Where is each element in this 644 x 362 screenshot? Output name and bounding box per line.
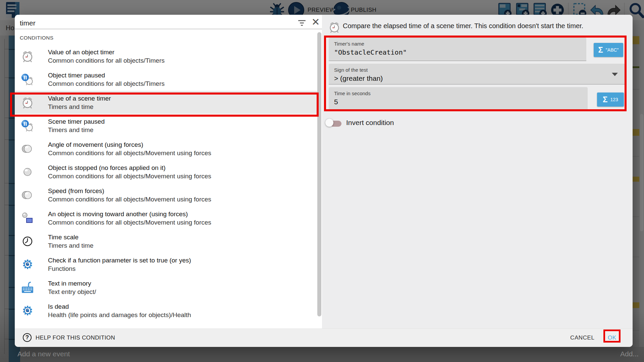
timer-name-field[interactable]: Timer's name "ObstacleCreation" bbox=[329, 38, 586, 61]
item-subtitle: Text entry object/ bbox=[48, 288, 96, 296]
invert-condition-label: Invert condition bbox=[346, 119, 394, 127]
help-icon[interactable]: ? bbox=[23, 333, 32, 342]
field-label: Time in seconds bbox=[334, 90, 371, 96]
cancel-button[interactable]: CANCEL bbox=[570, 335, 595, 341]
chevron-down-icon[interactable] bbox=[612, 73, 618, 76]
item-title: Object timer paused bbox=[48, 71, 165, 79]
item-title: Is dead bbox=[48, 302, 191, 311]
list-scrollbar-thumb[interactable] bbox=[317, 32, 321, 316]
123-label: 123 bbox=[610, 97, 618, 102]
abc-label: "ABC" bbox=[606, 47, 619, 53]
string-expression-button[interactable]: Σ "ABC" bbox=[594, 43, 623, 57]
invert-condition-toggle-knob[interactable] bbox=[325, 119, 333, 127]
time-in-seconds-value[interactable]: 5 bbox=[334, 98, 338, 106]
close-icon[interactable]: ✕ bbox=[311, 17, 321, 27]
sigma-icon: Σ bbox=[598, 46, 603, 54]
item-title: Angle of movement (using forces) bbox=[48, 140, 211, 149]
item-title: Scene timer paused bbox=[48, 117, 105, 126]
item-subtitle: Common conditions for all objects/Timers bbox=[48, 79, 165, 88]
list-item-scene-timer-paused[interactable]: Scene timer paused Timers and time bbox=[15, 114, 317, 137]
sign-of-test-select[interactable]: Sign of the test > (greater than) bbox=[329, 64, 625, 84]
item-subtitle: Common conditions for all objects/Moveme… bbox=[48, 149, 211, 157]
forces-balls-icon bbox=[21, 188, 34, 202]
item-title: Value of an object timer bbox=[48, 48, 165, 56]
item-title: Check if a function parameter is set to … bbox=[48, 256, 191, 264]
item-subtitle: Timers and time bbox=[48, 103, 111, 111]
item-subtitle: Common conditions for all objects/Moveme… bbox=[48, 195, 211, 203]
ball-icon bbox=[21, 165, 34, 179]
alarm-clock-icon bbox=[328, 20, 341, 36]
ok-button[interactable]: OK bbox=[608, 335, 616, 341]
ball-square-icon bbox=[21, 212, 34, 225]
number-expression-button[interactable]: Σ 123 bbox=[597, 93, 624, 107]
list-item-object-timer-paused[interactable]: Object timer paused Common conditions fo… bbox=[15, 68, 317, 91]
list-item-is-dead[interactable]: ⚙G Is dead Health (life points and damag… bbox=[15, 299, 317, 322]
list-item-text-in-memory[interactable]: Text in memory Text entry object/ bbox=[15, 276, 317, 299]
list-item-moving-toward-another[interactable]: An object is moving toward another (usin… bbox=[15, 206, 317, 230]
add-new-event-button[interactable]: Add a new event bbox=[17, 350, 70, 358]
item-subtitle: Timers and time bbox=[48, 126, 105, 134]
conditions-list: Value of an object timer Common conditio… bbox=[15, 45, 317, 322]
dialog-footer: ? HELP FOR THIS CONDITION CANCEL OK bbox=[15, 328, 633, 347]
forces-balls-icon bbox=[21, 142, 34, 156]
help-button[interactable]: HELP FOR THIS CONDITION bbox=[36, 335, 115, 341]
item-title: An object is moving toward another (usin… bbox=[48, 210, 211, 218]
sign-of-test-value: > (greater than) bbox=[334, 74, 383, 82]
alarm-clock-icon bbox=[21, 50, 34, 63]
gear-icon: ⚙G bbox=[21, 258, 34, 271]
item-subtitle: Common conditions for all objects/Moveme… bbox=[48, 172, 211, 180]
keyboard-icon bbox=[21, 281, 34, 294]
list-item-value-scene-timer[interactable]: Value of a scene timer Timers and time bbox=[15, 91, 317, 114]
field-label: Sign of the test bbox=[334, 67, 368, 73]
item-subtitle: Health (life points and damages for obje… bbox=[48, 311, 191, 319]
item-subtitle: Timers and time bbox=[48, 241, 94, 250]
list-item-angle-of-movement[interactable]: Angle of movement (using forces) Common … bbox=[15, 137, 317, 160]
list-item-function-parameter-true[interactable]: ⚙G Check if a function parameter is set … bbox=[15, 253, 317, 276]
alarm-clock-icon bbox=[21, 96, 34, 109]
item-title: Object is stopped (no forces applied on … bbox=[48, 164, 211, 172]
item-title: Text in memory bbox=[48, 279, 96, 288]
clock-icon bbox=[21, 235, 34, 248]
item-subtitle: Functions bbox=[48, 264, 191, 273]
list-item-speed-from-forces[interactable]: Speed (from forces) Common conditions fo… bbox=[15, 183, 317, 206]
timer-paused-icon bbox=[21, 73, 34, 86]
item-subtitle: Common conditions for all objects/Timers bbox=[48, 56, 165, 65]
divider bbox=[15, 29, 322, 29]
instruction-editor-dialog: ✕ CONDITIONS Value of an object timer Co… bbox=[15, 15, 633, 347]
sigma-icon: Σ bbox=[603, 96, 607, 104]
item-title: Speed (from forces) bbox=[48, 187, 211, 195]
item-title: Value of a scene timer bbox=[48, 94, 111, 103]
condition-parameters-pane: Compare the elapsed time of a scene time… bbox=[322, 15, 633, 328]
gear-icon: ⚙G bbox=[21, 304, 34, 317]
timer-name-value[interactable]: "ObstacleCreation" bbox=[334, 48, 407, 56]
timer-paused-icon bbox=[21, 119, 34, 132]
time-in-seconds-field[interactable]: Time in seconds 5 bbox=[329, 87, 588, 110]
search-input[interactable] bbox=[20, 17, 288, 29]
condition-description: Compare the elapsed time of a scene time… bbox=[343, 22, 625, 30]
conditions-header: CONDITIONS bbox=[20, 35, 53, 41]
list-item-value-object-timer[interactable]: Value of an object timer Common conditio… bbox=[15, 45, 317, 68]
condition-list-pane: ✕ CONDITIONS Value of an object timer Co… bbox=[15, 15, 322, 328]
item-title: Time scale bbox=[48, 233, 94, 241]
list-item-object-stopped[interactable]: Object is stopped (no forces applied on … bbox=[15, 160, 317, 183]
add-more-button[interactable]: Add... bbox=[620, 350, 639, 358]
filter-icon[interactable] bbox=[298, 19, 306, 27]
list-item-time-scale[interactable]: Time scale Timers and time bbox=[15, 230, 317, 253]
item-subtitle: Common conditions for all objects/Moveme… bbox=[48, 218, 211, 227]
field-label: Timer's name bbox=[334, 41, 364, 47]
